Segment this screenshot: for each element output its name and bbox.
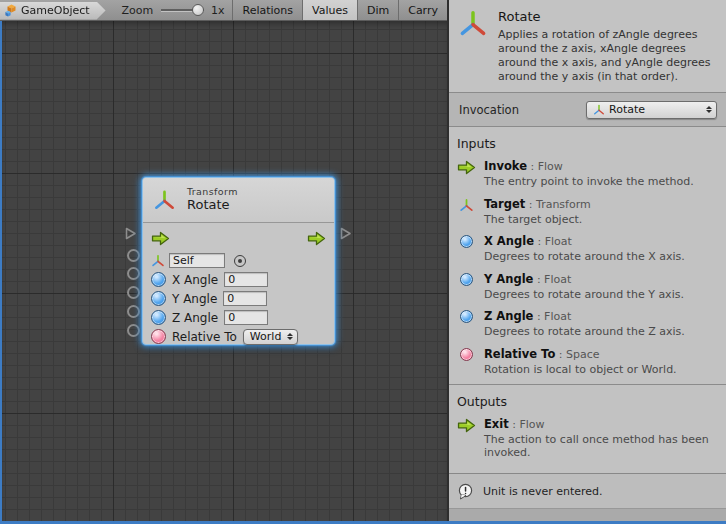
node-body: Self X Angle 0 Y Angle 0 Z Angle 0 Relat… (143, 223, 334, 346)
port-doc-entry: Target : Transform The target object. (457, 197, 726, 227)
relative-to-label: Relative To (172, 330, 237, 344)
float-port-icon[interactable] (151, 272, 166, 287)
port-icon (460, 310, 473, 323)
rotate-node[interactable]: Transform Rotate Self (142, 177, 335, 345)
invocation-value: Rotate (609, 103, 700, 116)
relative-to-input-socket[interactable] (127, 324, 140, 337)
toolbar-tab-values[interactable]: Values (302, 0, 357, 20)
relative-to-port-icon[interactable] (151, 329, 166, 344)
target-port-icon[interactable] (151, 254, 165, 268)
zoom-slider[interactable] (161, 3, 204, 17)
relative-to-value: World (250, 330, 282, 343)
relative-to-row: Relative To World (151, 327, 326, 346)
float-port-icon[interactable] (151, 310, 166, 325)
flow-arrow-icon (457, 160, 476, 189)
transform-icon (153, 189, 176, 212)
angle-field[interactable]: 0 (224, 272, 268, 287)
graph-canvas[interactable]: Transform Rotate Self (0, 21, 447, 522)
gameobject-icon (4, 4, 17, 17)
toolbar-tab-dim[interactable]: Dim (357, 0, 398, 20)
inspector-header: Rotate Applies a rotation of zAngle degr… (449, 0, 726, 93)
transform-icon (459, 198, 474, 227)
port-doc-entry: Invoke : Flow The entry point to invoke … (457, 159, 726, 189)
target-field[interactable]: Self (169, 253, 225, 268)
x-angle-input-socket[interactable] (127, 267, 140, 280)
toolbar-tab-relations[interactable]: Relations (232, 0, 302, 20)
inspector-description: Applies a rotation of zAngle degrees aro… (498, 28, 714, 84)
port-icon (460, 273, 473, 286)
y-angle-input-socket[interactable] (127, 286, 140, 299)
angle-field[interactable]: 0 (224, 310, 268, 325)
toolbar-toggles: RelationsValuesDimCarry (232, 0, 447, 20)
outputs-header: Outputs (457, 394, 726, 409)
port-icon (460, 348, 473, 361)
dropdown-arrows-icon (287, 333, 293, 340)
angle-row: Y Angle 0 (151, 289, 326, 308)
dropdown-arrows-icon (706, 106, 712, 113)
warning-icon (457, 483, 474, 500)
port-doc-entry: Relative To : Space Rotation is local to… (457, 347, 726, 377)
flow-input-socket[interactable] (125, 227, 137, 240)
object-picker-icon[interactable] (234, 255, 246, 267)
invocation-label: Invocation (459, 103, 519, 117)
float-port-icon[interactable] (151, 291, 166, 306)
zoom-value: 1x (211, 4, 225, 17)
invocation-row: Invocation Rotate (449, 93, 726, 127)
angle-row: X Angle 0 (151, 270, 326, 289)
invocation-dropdown[interactable]: Rotate (586, 101, 717, 119)
flow-output-socket[interactable] (340, 227, 352, 240)
ports-documentation: Inputs Invoke : Flow The entry point to … (449, 127, 726, 473)
target-row: Self (151, 251, 326, 270)
visual-scripting-window: GameObject Zoom 1x RelationsValuesDimCar… (0, 0, 726, 524)
inspector-title: Rotate (498, 9, 714, 24)
breadcrumb[interactable]: GameObject (0, 2, 106, 20)
inspector-panel: Rotate Applies a rotation of zAngle degr… (447, 0, 726, 521)
node-header[interactable]: Transform Rotate (143, 178, 334, 223)
flow-arrow-icon (457, 418, 476, 459)
graph-area: GameObject Zoom 1x RelationsValuesDimCar… (0, 0, 447, 521)
port-doc-entry: Exit : Flow The action to call once meth… (457, 417, 726, 459)
graph-toolbar: GameObject Zoom 1x RelationsValuesDimCar… (0, 0, 447, 21)
exit-port-icon[interactable] (307, 231, 326, 246)
relative-to-dropdown[interactable]: World (243, 329, 299, 345)
angle-field[interactable]: 0 (223, 291, 267, 306)
warning-text: Unit is never entered. (483, 485, 603, 498)
toolbar-tab-carry[interactable]: Carry (398, 0, 447, 20)
z-angle-input-socket[interactable] (127, 305, 140, 318)
panel-footer (449, 509, 726, 521)
transform-icon (593, 104, 605, 116)
breadcrumb-label: GameObject (21, 4, 92, 17)
angle-row: Z Angle 0 (151, 308, 326, 327)
port-doc-entry: Z Angle : Float Degrees to rotate around… (457, 309, 726, 339)
inputs-header: Inputs (457, 136, 726, 151)
target-input-socket[interactable] (127, 249, 140, 262)
zoom-slider-knob[interactable] (192, 4, 204, 16)
warning-bar: Unit is never entered. (449, 473, 726, 509)
port-doc-entry: X Angle : Float Degrees to rotate around… (457, 234, 726, 264)
zoom-label: Zoom (122, 4, 154, 17)
node-title: Rotate (187, 198, 238, 213)
port-icon (460, 235, 473, 248)
invoke-port-icon[interactable] (151, 231, 170, 246)
port-doc-entry: Y Angle : Float Degrees to rotate around… (457, 272, 726, 302)
transform-icon (458, 9, 488, 84)
